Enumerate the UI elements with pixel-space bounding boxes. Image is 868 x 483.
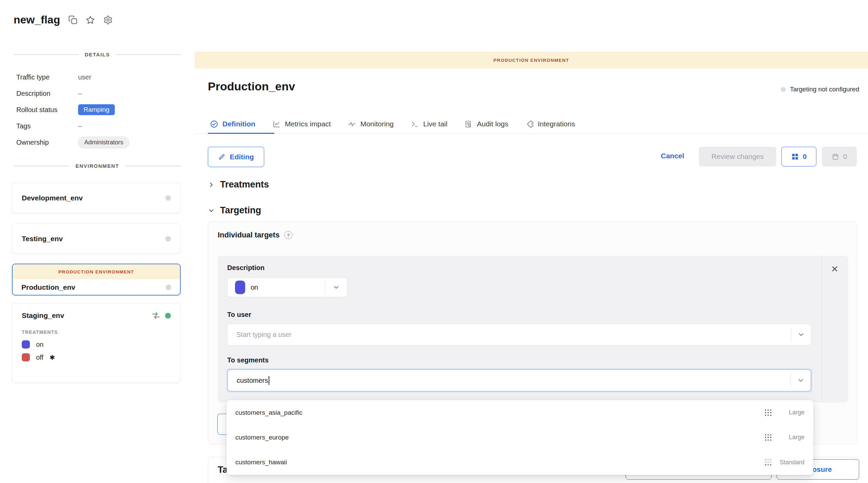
treatments-section-header[interactable]: Treatments [208, 179, 269, 190]
env-card-testing[interactable]: Testing_env [12, 223, 181, 254]
detail-row: Tags – [16, 118, 179, 134]
status-dot [781, 87, 786, 92]
targeting-section-header[interactable]: Targeting [208, 205, 261, 216]
tab-integrations[interactable]: Integrations [525, 120, 575, 128]
env-card-staging[interactable]: Staging_env TREATMENTS on off ✱ [12, 303, 181, 383]
treatment-color-chip [235, 281, 245, 294]
dots-grid-icon [764, 408, 773, 417]
help-icon[interactable]: ? [284, 231, 292, 239]
changes-counter-button[interactable]: 0 [781, 147, 816, 166]
audit-logs-icon [464, 120, 473, 128]
cancel-button[interactable]: Cancel [661, 152, 684, 160]
treatment-select-value: on [251, 284, 258, 291]
details-heading: DETAILS [85, 52, 110, 57]
page-title: new_flag [14, 14, 60, 26]
env-card-development[interactable]: Development_env [12, 183, 181, 213]
rollout-status-badge: Ramping [78, 104, 115, 115]
copy-icon[interactable] [68, 15, 77, 24]
individual-targets-heading: Individual targets [218, 231, 279, 239]
treatment-select-chevron[interactable] [325, 281, 347, 294]
detail-row: Traffic type user [16, 69, 179, 85]
to-user-chevron[interactable] [791, 327, 811, 342]
env-card-production[interactable]: PRODUCTION ENVIRONMENT Production_env [12, 264, 181, 296]
description-label: Description [227, 264, 265, 272]
tab-monitoring[interactable]: Monitoring [348, 120, 394, 128]
segment-option[interactable]: customers_hawaii Standard [227, 450, 813, 475]
segment-option[interactable]: customers_asia_pacific Large [227, 400, 813, 425]
tabs-divider [195, 133, 868, 134]
to-segments-chevron[interactable] [791, 373, 811, 388]
grid-icon [791, 153, 799, 160]
to-segments-label: To segments [227, 356, 269, 364]
to-user-label: To user [227, 311, 251, 319]
env-page-title: Production_env [208, 80, 295, 93]
dots-grid-icon [764, 433, 773, 442]
default-treatment-asterisk-icon: ✱ [50, 354, 55, 361]
metrics-impact-icon [272, 120, 281, 128]
gear-icon[interactable] [103, 15, 113, 25]
details-rows: Traffic type user Description – Rollout … [16, 69, 179, 150]
env-status-dot-active [165, 313, 171, 319]
to-user-input[interactable] [228, 324, 811, 345]
editing-button[interactable]: Editing [208, 147, 264, 167]
sync-arrows-icon [151, 311, 160, 320]
to-segments-input[interactable]: customers [227, 369, 811, 392]
schedule-counter-button[interactable]: 0 [822, 147, 857, 166]
production-env-banner: PRODUCTION ENVIRONMENT [13, 264, 180, 279]
star-icon[interactable] [86, 15, 95, 25]
monitoring-icon [348, 120, 356, 128]
treatment-off-chip [22, 353, 30, 361]
tab-bar: Definition Metrics impact Monitoring Liv… [210, 115, 575, 133]
flag-header: new_flag [14, 14, 113, 26]
rule-divider [822, 256, 822, 402]
segment-suggestions-dropdown: customers_asia_pacific Large customers_e… [227, 400, 813, 475]
details-section-rule: DETAILS [14, 52, 181, 57]
to-user-input-wrap [227, 324, 811, 345]
treatment-select[interactable]: on [227, 278, 347, 297]
targeting-status: Targeting not configured [781, 86, 859, 93]
active-tab-underline [208, 133, 274, 134]
tab-live-tail[interactable]: Live tail [411, 120, 447, 128]
close-icon[interactable]: ✕ [831, 265, 838, 273]
treatment-on-chip [22, 340, 30, 348]
calendar-icon [832, 153, 839, 160]
definition-icon [210, 120, 218, 128]
treatment-row: off ✱ [22, 353, 171, 361]
environment-section-rule: ENVIRONMENT [14, 163, 181, 169]
integrations-icon [525, 120, 534, 128]
segment-option[interactable]: customers_europe Large [227, 425, 813, 450]
env-status-dot [166, 285, 171, 290]
chevron-right-icon [208, 181, 215, 188]
detail-row: Description – [16, 85, 179, 102]
live-tail-icon [411, 120, 419, 128]
ownership-pill: Administrators [78, 137, 129, 148]
dots-grid-light-icon [764, 458, 773, 467]
tab-audit-logs[interactable]: Audit logs [464, 120, 508, 128]
tab-metrics-impact[interactable]: Metrics impact [272, 120, 331, 128]
environment-heading: ENVIRONMENT [75, 163, 119, 169]
production-environment-banner: PRODUCTION ENVIRONMENT [195, 52, 868, 69]
chevron-down-icon [208, 207, 215, 214]
to-segments-value: customers [237, 377, 268, 384]
treatment-row: on [22, 340, 171, 348]
treatments-heading: TREATMENTS [22, 329, 171, 335]
tab-definition[interactable]: Definition [210, 120, 255, 128]
detail-row: Rollout status Ramping [16, 102, 179, 118]
pencil-icon [218, 153, 225, 161]
env-status-dot [165, 195, 171, 201]
flag-detail-page: new_flag DETAILS Traffic type user Descr… [0, 0, 868, 483]
text-cursor [269, 376, 269, 385]
env-status-dot [165, 236, 171, 242]
review-changes-button[interactable]: Review changes [699, 147, 776, 166]
individual-target-rule-card: ✕ Description on To user To segments cus… [218, 256, 848, 402]
detail-row: Ownership Administrators [16, 134, 179, 150]
